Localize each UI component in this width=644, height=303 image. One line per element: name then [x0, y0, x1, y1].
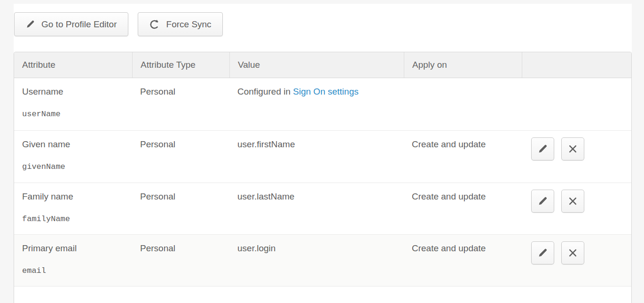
- attribute-cell: Given name givenName: [14, 131, 132, 183]
- table-row-partial: [14, 287, 631, 303]
- edit-attribute-button[interactable]: [531, 137, 554, 160]
- close-icon: [568, 144, 578, 154]
- attribute-variable-name: givenName: [22, 162, 127, 172]
- value-cell: user.firstName: [229, 131, 404, 183]
- attribute-variable-name: familyName: [22, 214, 127, 224]
- attribute-label: Family name: [22, 191, 127, 202]
- remove-attribute-button[interactable]: [561, 190, 584, 213]
- attribute-label: Given name: [22, 139, 127, 150]
- attribute-label: Primary email: [22, 243, 127, 254]
- content-panel: Go to Profile Editor Force Sync Attribut…: [14, 4, 632, 303]
- edit-attribute-button[interactable]: [531, 190, 554, 213]
- close-icon: [568, 248, 578, 258]
- pencil-icon: [537, 247, 548, 258]
- actions-cell: [522, 235, 631, 286]
- go-to-profile-editor-button[interactable]: Go to Profile Editor: [14, 12, 128, 36]
- apply-on-cell: Create and update: [404, 131, 522, 183]
- header-attribute-type: Attribute Type: [132, 52, 229, 78]
- force-sync-button[interactable]: Force Sync: [138, 12, 223, 36]
- attribute-mapping-table: Attribute Attribute Type Value Apply on …: [14, 52, 632, 303]
- table-row: Primary email email Personal user.login …: [14, 235, 631, 287]
- attribute-type-cell: Personal: [132, 183, 229, 234]
- table-row: Family name familyName Personal user.las…: [14, 183, 631, 235]
- force-sync-label: Force Sync: [166, 19, 212, 30]
- apply-on-cell: [404, 78, 522, 130]
- value-cell: Configured in Sign On settings: [229, 78, 404, 130]
- header-actions: [522, 52, 631, 78]
- value-cell: user.login: [229, 235, 404, 286]
- header-attribute: Attribute: [14, 52, 132, 78]
- attribute-cell: Username userName: [14, 78, 132, 130]
- sign-on-settings-link[interactable]: Sign On settings: [293, 87, 358, 96]
- attribute-variable-name: userName: [22, 109, 127, 120]
- toolbar: Go to Profile Editor Force Sync: [14, 12, 223, 36]
- close-icon: [568, 196, 578, 206]
- refresh-icon: [149, 19, 160, 30]
- header-apply-on: Apply on: [404, 52, 522, 78]
- actions-cell-empty: [522, 78, 631, 130]
- table-row: Username userName Personal Configured in…: [14, 78, 631, 131]
- actions-cell: [522, 131, 631, 183]
- remove-attribute-button[interactable]: [561, 137, 584, 160]
- pencil-icon: [537, 196, 548, 207]
- table-row: Given name givenName Personal user.first…: [14, 131, 631, 183]
- remove-attribute-button[interactable]: [561, 241, 584, 264]
- apply-on-cell: Create and update: [404, 183, 522, 234]
- table-header-row: Attribute Attribute Type Value Apply on: [14, 52, 631, 78]
- apply-on-cell: Create and update: [404, 235, 522, 286]
- attribute-type-cell: Personal: [132, 235, 229, 286]
- attribute-type-cell: Personal: [132, 131, 229, 183]
- attribute-label: Username: [22, 87, 127, 97]
- pencil-icon: [25, 19, 35, 29]
- attribute-cell: Primary email email: [14, 235, 132, 286]
- value-text: Configured in: [237, 87, 293, 96]
- actions-cell: [522, 183, 631, 234]
- attribute-variable-name: email: [22, 266, 127, 276]
- pencil-icon: [537, 144, 548, 154]
- value-cell: user.lastName: [229, 183, 404, 234]
- header-value: Value: [229, 52, 404, 78]
- attribute-cell: Family name familyName: [14, 183, 132, 234]
- edit-attribute-button[interactable]: [531, 241, 554, 264]
- go-to-profile-editor-label: Go to Profile Editor: [41, 19, 117, 30]
- attribute-type-cell: Personal: [132, 78, 229, 130]
